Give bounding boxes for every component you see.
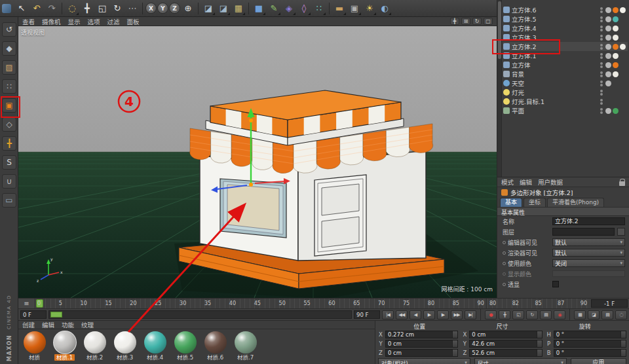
axis-mode-button[interactable]: ╋: [2, 136, 16, 151]
timeline-option-button[interactable]: ▤: [601, 310, 613, 319]
tag-chip[interactable]: [613, 26, 619, 31]
menu-edit[interactable]: 编辑: [42, 320, 54, 329]
timeline-menu-icon[interactable]: ≡: [18, 299, 35, 308]
object-row[interactable]: 立方体: [503, 60, 628, 69]
last-tool-button[interactable]: ⋯: [125, 1, 140, 16]
auto-keying-button[interactable]: ◉: [554, 310, 565, 319]
timeline-option-button[interactable]: ◌: [615, 310, 627, 319]
size-z-input[interactable]: 52.6 cm: [469, 349, 542, 357]
gizmo-center[interactable]: [249, 183, 253, 187]
points-mode-button[interactable]: ∷: [2, 79, 16, 94]
menu-options[interactable]: 选项: [88, 17, 100, 26]
coordinate-mode-dropdown[interactable]: 对象(相对): [378, 358, 470, 364]
tag-chip[interactable]: [620, 26, 626, 31]
polygons-mode-button[interactable]: ▣: [2, 98, 16, 113]
visibility-dots[interactable]: [600, 108, 603, 114]
3d-scene[interactable]: y x z: [18, 17, 497, 298]
current-frame-field[interactable]: 0 F: [20, 310, 47, 319]
gizmo-handle[interactable]: [249, 118, 253, 122]
material-sphere[interactable]: [54, 331, 76, 354]
object-row-selected[interactable]: 立方体.2: [503, 42, 628, 51]
edges-mode-button[interactable]: ◇: [2, 117, 16, 132]
move-tool-button[interactable]: ╋: [80, 1, 94, 16]
object-row[interactable]: 立方体.3: [503, 33, 628, 42]
tag-chip[interactable]: [613, 16, 619, 22]
size-mode-dropdown[interactable]: 尺寸: [474, 358, 567, 364]
animation-dot-icon[interactable]: [503, 283, 506, 286]
position-x-input[interactable]: 0.272 cm: [385, 331, 458, 338]
undo-button[interactable]: ↶: [29, 1, 44, 16]
apply-button[interactable]: 应用: [571, 358, 626, 364]
tag-chip[interactable]: [620, 71, 626, 77]
object-row[interactable]: 立方体.5: [503, 14, 628, 24]
tag-chip[interactable]: [605, 71, 611, 77]
material-sphere[interactable]: [174, 331, 197, 354]
timeline-ruler[interactable]: 051015202530354045505560657075808590: [35, 299, 486, 308]
tag-chip[interactable]: [613, 35, 619, 41]
material-item[interactable]: 材质.3: [111, 331, 138, 361]
x-axis-lock-button[interactable]: X: [145, 3, 157, 14]
menu-mode[interactable]: 模式: [501, 177, 514, 187]
tag-chip[interactable]: [613, 44, 619, 50]
visibility-dots[interactable]: [600, 7, 603, 13]
tag-chip[interactable]: [605, 44, 611, 50]
object-row[interactable]: 灯光: [503, 88, 628, 97]
y-axis-lock-button[interactable]: Y: [157, 3, 168, 14]
record-parameters-button[interactable]: ▤: [540, 310, 552, 319]
tab-basic[interactable]: 基本: [500, 198, 522, 207]
solo-mode-button[interactable]: S: [2, 155, 16, 170]
editor-visibility-dropdown[interactable]: 默认: [552, 238, 625, 246]
object-row[interactable]: 灯光.目标.1: [503, 97, 628, 106]
tag-chip[interactable]: [620, 7, 626, 13]
tag-chip[interactable]: [605, 16, 611, 22]
object-row[interactable]: 立方体.1: [503, 51, 628, 60]
visibility-dots[interactable]: [600, 90, 603, 96]
scale-tool-button[interactable]: ◱: [95, 1, 109, 16]
menu-view[interactable]: 查看: [22, 17, 35, 26]
animation-dot-icon[interactable]: [503, 262, 506, 265]
slider-handle[interactable]: [50, 312, 62, 318]
coord-system-button[interactable]: ⊕: [181, 1, 195, 16]
end-frame-field[interactable]: -1 F: [591, 299, 628, 308]
texture-mode-button[interactable]: ▨: [2, 60, 16, 75]
next-frame-button[interactable]: ▶: [437, 310, 449, 319]
sky-button[interactable]: ◐: [377, 1, 392, 16]
tab-coordinates[interactable]: 坐标: [524, 198, 546, 207]
live-selection-button[interactable]: ◌: [65, 1, 79, 16]
render-view-button[interactable]: ◪: [201, 1, 216, 16]
rotate-tool-button[interactable]: ↻: [110, 1, 124, 16]
tag-chip[interactable]: [605, 81, 611, 86]
visibility-dots[interactable]: [600, 44, 603, 50]
material-sphere[interactable]: [114, 331, 136, 354]
rotation-p-input[interactable]: 0 °: [554, 340, 626, 348]
play-button[interactable]: ▶: [423, 310, 435, 319]
tag-chip[interactable]: [605, 62, 611, 68]
menu-user-data[interactable]: 用户数据: [538, 177, 563, 187]
use-color-dropdown[interactable]: 关闭: [552, 259, 625, 267]
tag-chip[interactable]: [620, 16, 626, 22]
viewport[interactable]: y x z 查看 摄像机 显示 选项 过滤 面板 ╋ ⊞ ↻ ▢ 透视视图 网格…: [18, 17, 497, 298]
timeline-option-button[interactable]: ▦: [574, 310, 586, 319]
size-y-input[interactable]: 42.6 cm: [469, 340, 542, 348]
tag-chip[interactable]: [620, 53, 626, 59]
tag-chip[interactable]: [613, 108, 619, 114]
material-sphere[interactable]: [24, 331, 46, 354]
animation-dot-icon[interactable]: [503, 241, 506, 244]
material-item[interactable]: 材质: [21, 331, 48, 361]
primitive-cube-button[interactable]: ■: [252, 1, 266, 16]
material-item[interactable]: 材质.2: [81, 331, 108, 361]
size-x-input[interactable]: 0 cm: [469, 331, 542, 338]
range-end-field[interactable]: 90 F: [354, 310, 380, 319]
material-item-selected[interactable]: 材质.1: [51, 331, 78, 361]
go-to-end-button[interactable]: ▶|: [465, 310, 476, 319]
record-keyframe-button[interactable]: ●: [485, 310, 497, 319]
material-sphere[interactable]: [84, 331, 106, 354]
tag-chip[interactable]: [620, 35, 626, 41]
timeline-mini-ruler[interactable]: 8082858790: [486, 299, 590, 308]
redo-button[interactable]: ↷: [45, 1, 59, 16]
material-item[interactable]: 材质.4: [142, 331, 168, 361]
cursor-tool-icon[interactable]: ↖: [14, 1, 29, 16]
position-z-input[interactable]: 0 cm: [385, 349, 458, 357]
object-row[interactable]: 平面: [503, 106, 628, 115]
name-input[interactable]: 立方体.2: [552, 217, 625, 225]
